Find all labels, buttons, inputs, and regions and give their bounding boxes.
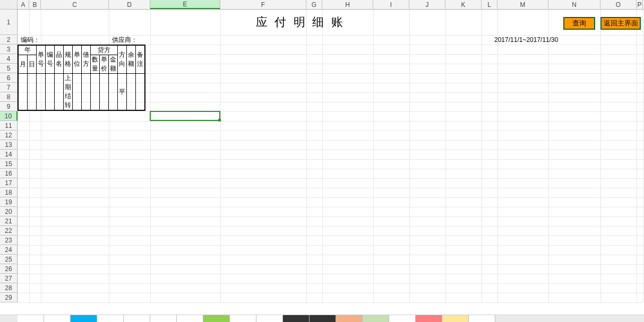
row-head-29[interactable]: 29	[0, 293, 18, 302]
row-head-16[interactable]: 16	[0, 169, 18, 178]
sheet-tab-5[interactable]	[150, 315, 177, 322]
row-head-13[interactable]: 13	[0, 140, 18, 150]
row-head-14[interactable]: 14	[0, 150, 18, 159]
sheet-tab-8[interactable]	[230, 315, 256, 322]
sheet-tab-16[interactable]	[442, 315, 469, 322]
sheet-title: 应 付 明 细 账	[18, 10, 583, 35]
sheet-tab-13[interactable]	[363, 315, 389, 322]
sheet-tab-7[interactable]	[203, 315, 230, 322]
row-head-18[interactable]: 18	[0, 188, 18, 197]
th-balance: 余额	[127, 46, 136, 74]
th-credit: 贷方	[91, 46, 118, 55]
supplier-label: 供应商：	[112, 35, 154, 45]
sheet-tab-2[interactable]	[71, 315, 97, 322]
col-head-I[interactable]: I	[373, 0, 409, 9]
col-head-M[interactable]: M	[497, 0, 548, 9]
col-head-H[interactable]: H	[322, 0, 373, 9]
sheet-tab-1[interactable]	[44, 315, 71, 322]
th-qty: 数量	[91, 55, 100, 74]
row-head-7[interactable]: 7	[0, 83, 18, 92]
row-head-10[interactable]: 10	[0, 111, 18, 121]
col-head-O[interactable]: O	[600, 0, 637, 9]
sheet-tab-4[interactable]	[124, 315, 150, 322]
row-head-9[interactable]: 9	[0, 102, 18, 111]
col-head-J[interactable]: J	[409, 0, 445, 9]
th-price: 单价	[100, 55, 109, 74]
row-head-4[interactable]: 4	[0, 54, 18, 64]
col-head-C[interactable]: C	[41, 0, 109, 9]
sheet-tab-17[interactable]	[469, 315, 495, 322]
th-day: 日	[28, 55, 37, 74]
row-head-1[interactable]: 1	[0, 10, 18, 35]
sheet-tabs-bar[interactable]	[0, 315, 644, 322]
sheet-tab-11[interactable]	[310, 315, 336, 322]
th-amount: 金额	[109, 55, 118, 74]
th-year: 年	[19, 46, 37, 55]
sheet-tab-14[interactable]	[389, 315, 416, 322]
sheet-tab-0[interactable]	[18, 315, 44, 322]
sheet-tab-10[interactable]	[283, 315, 310, 322]
sheet-tab-9[interactable]	[256, 315, 283, 322]
row-head-25[interactable]: 25	[0, 255, 18, 264]
th-code: 编号	[46, 46, 55, 74]
th-name: 品名	[55, 46, 64, 74]
th-remark: 备注	[136, 46, 145, 74]
col-head-K[interactable]: K	[445, 0, 482, 9]
row-head-24[interactable]: 24	[0, 245, 18, 255]
row-head-19[interactable]: 19	[0, 197, 18, 207]
return-main-button[interactable]: 返回主界面	[600, 17, 641, 30]
th-month: 月	[19, 55, 28, 74]
col-head-G[interactable]: G	[306, 0, 322, 9]
sheet-tab-3[interactable]	[97, 315, 124, 322]
row-head-11[interactable]: 11	[0, 121, 18, 130]
col-head-D[interactable]: D	[109, 0, 150, 9]
row-head-5[interactable]: 5	[0, 64, 18, 73]
row-head-22[interactable]: 22	[0, 226, 18, 236]
query-button[interactable]: 查询	[563, 17, 595, 30]
col-head-B[interactable]: B	[29, 0, 41, 9]
row-head-3[interactable]: 3	[0, 45, 18, 54]
th-order-no: 单号	[37, 46, 46, 74]
sheet-tab-15[interactable]	[416, 315, 442, 322]
cell-dir: 平	[118, 74, 127, 110]
row-head-28[interactable]: 28	[0, 283, 18, 293]
row-head-17[interactable]: 17	[0, 178, 18, 188]
sheet-tab-6[interactable]	[177, 315, 203, 322]
select-all-corner[interactable]	[0, 0, 18, 9]
cell-prev-carry: 上期结转	[64, 74, 73, 110]
row-head-12[interactable]: 12	[0, 130, 18, 140]
col-head-P[interactable]: P	[637, 0, 643, 9]
row-head-26[interactable]: 26	[0, 264, 18, 274]
th-dir: 方向	[118, 46, 127, 74]
row-head-27[interactable]: 27	[0, 274, 18, 283]
col-head-E[interactable]: E	[150, 0, 220, 9]
sheet-tab-12[interactable]	[336, 315, 363, 322]
row-head-15[interactable]: 15	[0, 159, 18, 169]
col-head-L[interactable]: L	[482, 0, 497, 9]
code-label: 编码：	[21, 35, 63, 45]
th-debit: 借方	[82, 46, 91, 74]
row-head-8[interactable]: 8	[0, 92, 18, 102]
row-head-20[interactable]: 20	[0, 207, 18, 216]
row-head-6[interactable]: 6	[0, 73, 18, 83]
th-unit: 单位	[73, 46, 82, 74]
col-head-A[interactable]: A	[18, 0, 29, 9]
row-head-2[interactable]: 2	[0, 35, 18, 45]
table-row[interactable]: 上期结转 平	[19, 74, 145, 110]
row-head-23[interactable]: 23	[0, 236, 18, 245]
row-head-21[interactable]: 21	[0, 216, 18, 226]
col-head-F[interactable]: F	[220, 0, 306, 9]
th-spec: 规格	[64, 46, 73, 74]
col-head-N[interactable]: N	[548, 0, 600, 9]
